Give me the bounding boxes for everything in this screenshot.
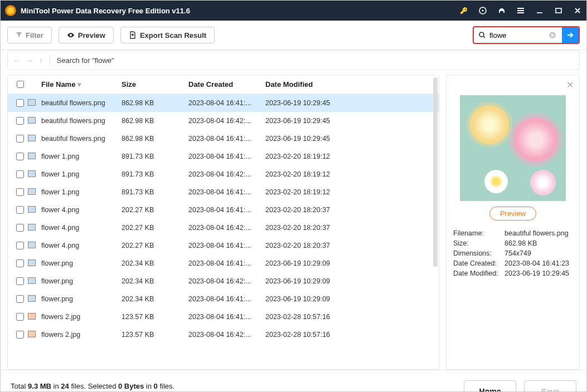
- footer-summary: Total 9.3 MB in 24 files. Selected 0 Byt…: [11, 382, 198, 390]
- file-type-icon: [28, 295, 36, 302]
- row-checkbox[interactable]: [16, 170, 24, 178]
- clear-search-icon[interactable]: [549, 31, 556, 39]
- file-metadata: Filename:beautiful flowers.png Size:862.…: [453, 229, 573, 277]
- cell-size: 202.27 KB: [122, 206, 188, 214]
- search-go-button[interactable]: [562, 27, 579, 43]
- cell-modified: 2023-02-20 18:19:12: [265, 153, 439, 160]
- table-row[interactable]: beautiful flowers.png862.98 KB2023-08-04…: [8, 112, 439, 130]
- disc-icon[interactable]: [478, 6, 487, 15]
- table-row[interactable]: flower 4.png202.27 KB2023-08-04 16:42:..…: [8, 219, 439, 237]
- cell-modified: 2023-06-19 10:29:09: [265, 259, 439, 267]
- row-checkbox[interactable]: [16, 331, 24, 339]
- cell-modified: 2023-06-19 10:29:45: [265, 135, 439, 143]
- file-table: File Name ▾ Size Date Created Date Modif…: [7, 75, 439, 370]
- headset-icon[interactable]: [497, 6, 506, 15]
- preview-button[interactable]: Preview: [59, 27, 114, 43]
- cell-size: 123.57 KB: [122, 313, 188, 321]
- maximize-icon[interactable]: [554, 6, 563, 15]
- cell-created: 2023-08-04 16:41:...: [188, 153, 265, 160]
- table-body: beautiful flowers.png862.98 KB2023-08-04…: [8, 94, 439, 369]
- app-logo-icon: [5, 5, 16, 16]
- table-row[interactable]: flower.png202.34 KB2023-08-04 16:41:...2…: [8, 290, 439, 308]
- col-name[interactable]: File Name ▾: [39, 80, 122, 89]
- row-checkbox[interactable]: [16, 242, 24, 249]
- cell-size: 862.98 KB: [122, 99, 188, 107]
- file-type-icon: [28, 313, 36, 320]
- table-row[interactable]: flowers 2.jpg123.57 KB2023-08-04 16:41:.…: [8, 308, 439, 326]
- title-bar: MiniTool Power Data Recovery Free Editio…: [1, 1, 586, 21]
- file-type-icon: [28, 188, 36, 195]
- row-checkbox[interactable]: [16, 313, 24, 321]
- cell-size: 202.27 KB: [122, 224, 188, 232]
- scrollbar[interactable]: [433, 77, 438, 267]
- row-checkbox[interactable]: [16, 117, 24, 125]
- cell-name: flower.png: [39, 295, 122, 303]
- filter-label: Filter: [26, 31, 43, 40]
- row-checkbox[interactable]: [16, 188, 24, 196]
- cell-name: flower 1.png: [39, 153, 122, 160]
- table-row[interactable]: flower 1.png891.73 KB2023-08-04 16:41:..…: [8, 183, 439, 201]
- table-row[interactable]: flower.png202.34 KB2023-08-04 16:41:...2…: [8, 254, 439, 272]
- key-icon[interactable]: [459, 6, 468, 15]
- table-row[interactable]: beautiful flowers.png862.98 KB2023-08-04…: [8, 130, 439, 148]
- cell-size: 202.34 KB: [122, 259, 188, 267]
- export-label: Export Scan Result: [140, 31, 206, 40]
- save-button[interactable]: Save: [524, 380, 576, 393]
- cell-created: 2023-08-04 16:41:...: [188, 313, 265, 321]
- export-icon: [129, 31, 137, 39]
- row-checkbox[interactable]: [16, 206, 24, 214]
- close-preview-icon[interactable]: ✕: [566, 80, 574, 90]
- cell-name: beautiful flowers.png: [39, 99, 122, 107]
- export-button[interactable]: Export Scan Result: [120, 27, 215, 43]
- home-button[interactable]: Home: [464, 380, 516, 393]
- cell-name: flower.png: [39, 277, 122, 285]
- select-all-checkbox[interactable]: [17, 81, 24, 88]
- table-row[interactable]: flower.png202.34 KB2023-08-04 16:42:...2…: [8, 272, 439, 290]
- cell-modified: 2023-02-20 18:20:37: [265, 206, 439, 214]
- cell-name: flowers 2.jpg: [39, 331, 122, 339]
- footer: Total 9.3 MB in 24 files. Selected 0 Byt…: [1, 370, 586, 392]
- nav-up-icon[interactable]: ↑: [39, 56, 43, 65]
- table-row[interactable]: flower 4.png202.27 KB2023-08-04 16:41:..…: [8, 237, 439, 254]
- table-row[interactable]: flower 1.png891.73 KB2023-08-04 16:42:..…: [8, 165, 439, 183]
- col-modified[interactable]: Date Modified: [265, 80, 439, 89]
- cell-created: 2023-08-04 16:42:...: [188, 117, 265, 125]
- divider: [50, 55, 50, 65]
- minimize-icon[interactable]: [535, 6, 544, 15]
- breadcrumb-text: Search for "flowe": [57, 56, 114, 65]
- col-created[interactable]: Date Created: [188, 80, 265, 89]
- close-icon[interactable]: [573, 6, 582, 15]
- row-checkbox[interactable]: [16, 277, 24, 285]
- row-checkbox[interactable]: [16, 135, 24, 143]
- row-checkbox[interactable]: [16, 153, 24, 160]
- file-type-icon: [28, 331, 36, 337]
- table-row[interactable]: beautiful flowers.png862.98 KB2023-08-04…: [8, 94, 439, 112]
- filter-button[interactable]: Filter: [7, 27, 52, 43]
- col-size[interactable]: Size: [122, 80, 188, 89]
- cell-modified: 2023-02-28 10:57:16: [265, 313, 439, 321]
- filter-icon: [16, 32, 22, 38]
- preview-open-button[interactable]: Preview: [489, 207, 536, 220]
- nav-forward-icon[interactable]: →: [26, 56, 33, 65]
- search-input[interactable]: [489, 31, 545, 40]
- cell-size: 862.98 KB: [122, 117, 188, 125]
- cell-name: flower 4.png: [39, 242, 122, 249]
- menu-icon[interactable]: [516, 6, 525, 15]
- cell-modified: 2023-02-20 18:19:12: [265, 170, 439, 178]
- file-type-icon: [28, 277, 36, 284]
- toolbar: Filter Preview Export Scan Result: [1, 21, 586, 50]
- row-checkbox[interactable]: [16, 99, 24, 107]
- row-checkbox[interactable]: [16, 259, 24, 267]
- cell-size: 202.34 KB: [122, 295, 188, 303]
- row-checkbox[interactable]: [16, 295, 24, 303]
- row-checkbox[interactable]: [16, 224, 24, 232]
- cell-modified: 2023-02-28 10:57:16: [265, 331, 439, 339]
- nav-back-icon[interactable]: ←: [13, 56, 21, 65]
- cell-modified: 2023-06-19 10:29:45: [265, 99, 439, 107]
- cell-name: flower 4.png: [39, 206, 122, 214]
- table-row[interactable]: flower 1.png891.73 KB2023-08-04 16:41:..…: [8, 148, 439, 165]
- svg-point-3: [479, 32, 484, 37]
- table-row[interactable]: flower 4.png202.27 KB2023-08-04 16:41:..…: [8, 201, 439, 219]
- file-type-icon: [28, 153, 36, 159]
- table-row[interactable]: flowers 2.jpg123.57 KB2023-08-04 16:42:.…: [8, 326, 439, 344]
